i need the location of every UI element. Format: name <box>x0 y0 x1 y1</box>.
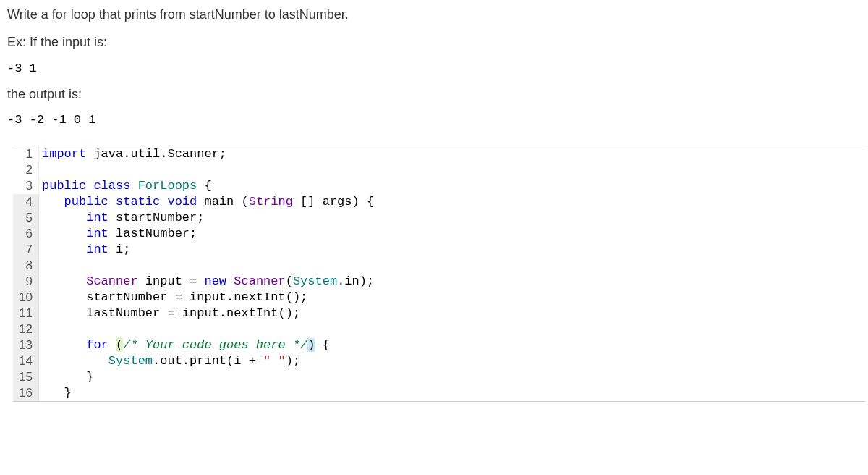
line-number: 2 <box>13 162 39 178</box>
example-output: -3 -2 -1 0 1 <box>7 113 861 127</box>
problem-statement: Write a for loop that prints from startN… <box>0 0 868 146</box>
line-number: 1 <box>13 146 39 162</box>
code-line: 1 import java.util.Scanner; <box>13 146 865 162</box>
code-content: } <box>39 385 865 401</box>
code-content: import java.util.Scanner; <box>39 146 865 162</box>
code-content: int startNumber; <box>39 210 865 226</box>
line-number: 16 <box>13 385 39 401</box>
code-content: } <box>39 369 865 385</box>
line-number: 10 <box>13 290 39 306</box>
code-content: for (/* Your code goes here */) { <box>39 337 865 353</box>
code-content: public class ForLoops { <box>39 178 865 194</box>
code-line: 14 System.out.print(i + " "); <box>13 353 865 369</box>
code-editor[interactable]: 1 import java.util.Scanner; 2 3 public c… <box>13 146 865 402</box>
code-content: startNumber = input.nextInt(); <box>39 290 865 306</box>
code-line: 2 <box>13 162 865 178</box>
code-content: lastNumber = input.nextInt(); <box>39 306 865 321</box>
line-number: 5 <box>13 210 39 226</box>
line-number: 14 <box>13 353 39 369</box>
line-number: 4 <box>13 194 39 210</box>
code-content <box>39 258 865 274</box>
code-line: 5 int startNumber; <box>13 210 865 226</box>
code-content <box>39 321 865 337</box>
code-line: 7 int i; <box>13 242 865 258</box>
output-intro: the output is: <box>7 85 861 103</box>
code-line: 16 } <box>13 385 865 401</box>
line-number: 9 <box>13 274 39 290</box>
line-number: 6 <box>13 226 39 242</box>
example-input: -3 1 <box>7 62 861 75</box>
code-line: 9 Scanner input = new Scanner(System.in)… <box>13 274 865 290</box>
line-number: 7 <box>13 242 39 258</box>
code-line: 3 public class ForLoops { <box>13 178 865 194</box>
code-content: Scanner input = new Scanner(System.in); <box>39 274 865 290</box>
line-number: 11 <box>13 306 39 321</box>
code-line: 6 int lastNumber; <box>13 226 865 242</box>
code-content: int lastNumber; <box>39 226 865 242</box>
code-line: 4 public static void main (String [] arg… <box>13 194 865 210</box>
code-line: 15 } <box>13 369 865 385</box>
code-line: 13 for (/* Your code goes here */) { <box>13 337 865 353</box>
line-number: 13 <box>13 337 39 353</box>
line-number: 8 <box>13 258 39 274</box>
line-number: 12 <box>13 321 39 337</box>
code-content: public static void main (String [] args)… <box>39 194 865 210</box>
code-line: 11 lastNumber = input.nextInt(); <box>13 306 865 321</box>
code-content <box>39 162 865 178</box>
line-number: 3 <box>13 178 39 194</box>
code-line: 12 <box>13 321 865 337</box>
line-number: 15 <box>13 369 39 385</box>
code-line: 8 <box>13 258 865 274</box>
problem-description: Write a for loop that prints from startN… <box>7 6 861 23</box>
code-content: System.out.print(i + " "); <box>39 353 865 369</box>
example-intro: Ex: If the input is: <box>7 33 861 51</box>
code-content: int i; <box>39 242 865 258</box>
code-line: 10 startNumber = input.nextInt(); <box>13 290 865 306</box>
